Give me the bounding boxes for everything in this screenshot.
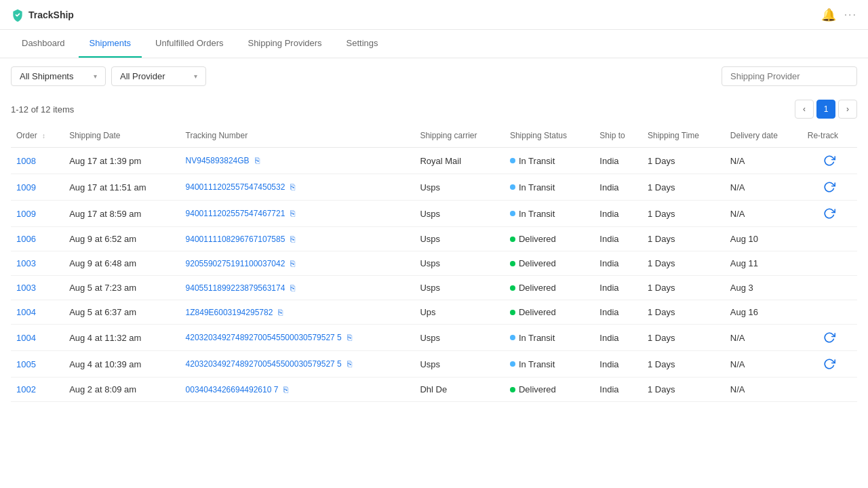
cell-delivery-date: N/A — [725, 201, 802, 227]
col-delivery-date: Delivery date — [725, 124, 802, 148]
order-link[interactable]: 1006 — [16, 234, 36, 244]
cell-date: Aug 9 at 6:48 am — [64, 251, 180, 276]
col-tracking-number: Tracking Number — [180, 124, 415, 148]
order-link[interactable]: 1009 — [16, 209, 36, 219]
cell-tracking: 0034043426694492610 7⎘ — [180, 378, 415, 402]
retrack-button[interactable] — [808, 331, 852, 344]
cell-status: In Transit — [505, 351, 594, 378]
copy-icon[interactable]: ⎘ — [347, 359, 352, 369]
order-link[interactable]: 1005 — [16, 359, 36, 369]
table-meta: 1-12 of 12 items ‹ 1 › — [0, 94, 868, 124]
all-shipments-filter[interactable]: All Shipments ▾ — [11, 66, 106, 86]
cell-shipping-time: 1 Days — [642, 378, 725, 402]
retrack-button[interactable] — [808, 181, 852, 193]
order-link[interactable]: 1009 — [16, 182, 36, 192]
cell-retrack — [802, 276, 857, 300]
order-link[interactable]: 1004 — [16, 333, 36, 343]
cell-shipping-time: 1 Days — [642, 227, 725, 251]
cell-order: 1008 — [11, 148, 64, 174]
order-link[interactable]: 1004 — [16, 307, 36, 317]
status-dot — [510, 211, 515, 216]
cell-date: Aug 2 at 8:09 am — [64, 378, 180, 402]
nav-shipping-providers[interactable]: Shipping Providers — [237, 30, 332, 58]
retrack-button[interactable] — [808, 207, 852, 220]
cell-status: Delivered — [505, 227, 594, 251]
app-name: TrackShip — [28, 9, 74, 20]
table-row: 1003Aug 5 at 7:23 am94055118992238795631… — [11, 276, 857, 300]
chevron-down-icon: ▾ — [94, 73, 97, 80]
copy-icon[interactable]: ⎘ — [290, 259, 295, 268]
shipments-table-wrap: Order ↕ Shipping Date Tracking Number Sh… — [0, 124, 868, 402]
copy-icon[interactable]: ⎘ — [347, 333, 352, 342]
table-row: 1004Aug 4 at 11:32 am4203203492748927005… — [11, 325, 857, 351]
cell-carrier: Usps — [414, 325, 504, 351]
nav-settings[interactable]: Settings — [336, 30, 389, 58]
tracking-link[interactable]: 420320349274892700545500030579527 5 — [186, 359, 342, 369]
tracking-link[interactable]: 9400111108296767107585 — [186, 235, 285, 244]
copy-icon[interactable]: ⎘ — [278, 308, 283, 317]
retrack-button[interactable] — [808, 155, 852, 167]
copy-icon[interactable]: ⎘ — [290, 182, 295, 192]
cell-carrier: Usps — [414, 351, 504, 378]
tracking-link[interactable]: 9400111202557547467721 — [186, 209, 285, 218]
cell-order: 1005 — [11, 351, 64, 378]
cell-status: Delivered — [505, 276, 594, 300]
order-link[interactable]: 1003 — [16, 258, 36, 268]
cell-carrier: Usps — [414, 201, 504, 227]
status-dot — [510, 387, 515, 392]
status-dot — [510, 237, 515, 242]
cell-order: 1004 — [11, 300, 64, 325]
cell-delivery-date: N/A — [725, 378, 802, 402]
cell-order: 1003 — [11, 276, 64, 300]
nav-dashboard[interactable]: Dashboard — [11, 30, 76, 58]
tracking-link[interactable]: NV945893824GB — [186, 156, 250, 165]
tracking-link[interactable]: 0034043426694492610 7 — [186, 385, 279, 394]
notification-icon[interactable]: 🔔 — [821, 7, 836, 22]
all-provider-filter[interactable]: All Provider ▾ — [111, 66, 206, 86]
more-options-icon[interactable]: ··· — [844, 9, 857, 21]
cell-date: Aug 17 at 1:39 pm — [64, 148, 180, 174]
order-link[interactable]: 1008 — [16, 156, 36, 166]
copy-icon[interactable]: ⎘ — [290, 283, 295, 293]
cell-shipping-time: 1 Days — [642, 251, 725, 276]
order-link[interactable]: 1002 — [16, 384, 36, 394]
copy-icon[interactable]: ⎘ — [255, 156, 260, 165]
cell-tracking: 420320349274892700545500030579527 5⎘ — [180, 325, 415, 351]
status-dot — [510, 184, 515, 190]
table-row: 1006Aug 9 at 6:52 am94001111082967671075… — [11, 227, 857, 251]
status-dot — [510, 158, 515, 163]
order-link[interactable]: 1003 — [16, 283, 36, 293]
next-page-button[interactable]: › — [838, 100, 857, 119]
shipping-provider-search[interactable] — [722, 66, 857, 86]
cell-status: Delivered — [505, 378, 594, 402]
tracking-link[interactable]: 9205590275191100037042 — [186, 259, 285, 268]
cell-tracking: NV945893824GB⎘ — [180, 148, 415, 174]
page-1-button[interactable]: 1 — [816, 100, 835, 119]
copy-icon[interactable]: ⎘ — [283, 385, 288, 394]
tracking-link[interactable]: 9400111202557547450532 — [186, 182, 285, 192]
tracking-link[interactable]: 1Z849E6003194295782 — [186, 308, 273, 317]
table-row: 1002Aug 2 at 8:09 am0034043426694492610 … — [11, 378, 857, 402]
cell-tracking: 9405511899223879563174⎘ — [180, 276, 415, 300]
tracking-link[interactable]: 420320349274892700545500030579527 5 — [186, 333, 342, 342]
cell-delivery-date: N/A — [725, 351, 802, 378]
status-badge: Delivered — [519, 384, 556, 394]
cell-carrier: Royal Mail — [414, 148, 504, 174]
prev-page-button[interactable]: ‹ — [795, 100, 814, 119]
retrack-button[interactable] — [808, 358, 852, 370]
nav-shipments[interactable]: Shipments — [79, 30, 142, 58]
tracking-link[interactable]: 9405511899223879563174 — [186, 283, 285, 293]
status-dot — [510, 285, 515, 291]
header-right: 🔔 ··· — [821, 7, 857, 22]
items-count: 1-12 of 12 items — [11, 104, 74, 115]
cell-status: Delivered — [505, 300, 594, 325]
cell-ship-to: India — [594, 251, 642, 276]
cell-retrack — [802, 378, 857, 402]
status-badge: Delivered — [519, 307, 556, 317]
copy-icon[interactable]: ⎘ — [290, 209, 295, 218]
status-badge: Delivered — [519, 234, 556, 244]
nav-unfulfilled-orders[interactable]: Unfulfilled Orders — [144, 30, 234, 58]
copy-icon[interactable]: ⎘ — [290, 235, 295, 244]
cell-shipping-time: 1 Days — [642, 174, 725, 201]
cell-date: Aug 5 at 6:37 am — [64, 300, 180, 325]
